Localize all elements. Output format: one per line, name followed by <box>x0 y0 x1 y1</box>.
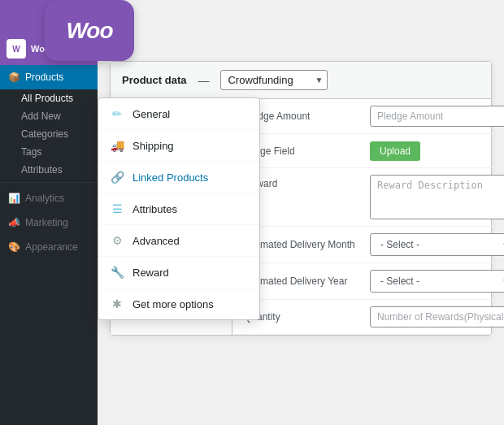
field-row-pledge: Pledge Amount <box>232 99 504 134</box>
sidebar-submenu-tags[interactable]: Tags <box>13 143 98 161</box>
pledge-amount-input[interactable] <box>370 106 504 127</box>
reward-label: Reward <box>244 175 370 189</box>
delivery-month-select[interactable]: - Select - <box>370 233 504 256</box>
linked-products-dropdown-icon: 🔗 <box>110 170 124 184</box>
marketing-icon: 📣 <box>8 217 20 228</box>
field-row-image: Image Field Upload <box>232 134 504 168</box>
dropdown-item-get-more[interactable]: ✱ Get more options <box>98 288 259 319</box>
dropdown-item-linked-products[interactable]: 🔗 Linked Products <box>98 162 259 193</box>
dropdown-linked-products-label: Linked Products <box>133 171 208 184</box>
dropdown-item-attributes[interactable]: ☰ Attributes <box>98 193 259 225</box>
dropdown-shipping-label: Shipping <box>133 140 174 152</box>
quantity-input[interactable] <box>370 306 504 327</box>
dropdown-item-reward[interactable]: 🔧 Reward <box>98 257 259 288</box>
sidebar-divider <box>0 182 98 183</box>
sidebar-submenu-add-new[interactable]: Add New <box>13 107 98 125</box>
delivery-month-label: Estimated Delivery Month <box>244 239 370 250</box>
sidebar-item-appearance[interactable]: 🎨 Appearance <box>0 235 98 259</box>
admin-sidebar: W WooCommerce 📦 Products All Products Ad… <box>0 0 98 425</box>
woo-logo-bubble: Woo <box>45 0 134 61</box>
field-row-delivery-month: Estimated Delivery Month - Select - <box>232 227 504 263</box>
sidebar-marketing-label: Marketing <box>25 217 68 228</box>
quantity-label: Quantity <box>244 311 370 323</box>
dropdown-reward-label: Reward <box>133 267 169 279</box>
sidebar-item-marketing[interactable]: 📣 Marketing <box>0 210 98 235</box>
field-row-delivery-year: Estimated Delivery Year - Select - <box>232 263 504 300</box>
upload-button[interactable]: Upload <box>370 141 420 161</box>
shipping-dropdown-icon: 🚚 <box>110 138 124 153</box>
dropdown-get-more-label: Get more options <box>133 298 214 310</box>
header-dash: — <box>198 74 209 87</box>
sidebar-appearance-label: Appearance <box>25 241 78 253</box>
image-field-label: Image Field <box>244 145 370 157</box>
get-more-dropdown-icon: ✱ <box>110 297 124 311</box>
sidebar-submenu-all-products[interactable]: All Products <box>13 89 98 107</box>
woo-logo-text: Woo <box>66 18 112 44</box>
dropdown-item-general[interactable]: ✏ General <box>98 98 259 130</box>
fields-panel: Pledge Amount Image Field Upload Reward … <box>232 99 504 335</box>
delivery-year-select[interactable]: - Select - <box>370 270 504 293</box>
dropdown-item-shipping[interactable]: 🚚 Shipping <box>98 130 259 162</box>
sidebar-products-label: Products <box>25 72 63 83</box>
product-type-select-wrapper[interactable]: Crowdfunding Simple product Grouped prod… <box>220 70 328 90</box>
sidebar-item-products[interactable]: 📦 Products <box>0 65 98 89</box>
delivery-year-label: Estimated Delivery Year <box>244 275 370 287</box>
general-dropdown-icon: ✏ <box>110 106 124 121</box>
dropdown-advanced-label: Advanced <box>133 235 180 247</box>
products-icon: 📦 <box>8 72 20 83</box>
field-row-reward: Reward <box>232 168 504 227</box>
attributes-dropdown-icon: ☰ <box>110 202 124 216</box>
advanced-dropdown-icon: ⚙ <box>110 233 124 248</box>
product-data-header: Product data — Crowdfunding Simple produ… <box>111 62 491 99</box>
appearance-icon: 🎨 <box>8 241 20 253</box>
dropdown-menu: ✏ General 🚚 Shipping 🔗 Linked Products ☰… <box>98 98 260 320</box>
product-data-title: Product data <box>122 74 186 86</box>
analytics-icon: 📊 <box>8 193 20 204</box>
dropdown-general-label: General <box>133 108 170 120</box>
dropdown-attributes-label: Attributes <box>133 203 177 215</box>
pledge-amount-label: Pledge Amount <box>244 111 370 122</box>
woo-icon-small: W <box>7 39 26 59</box>
field-row-quantity: Quantity <box>232 300 504 335</box>
reward-textarea[interactable] <box>370 175 504 219</box>
product-type-select[interactable]: Crowdfunding Simple product Grouped prod… <box>220 70 328 90</box>
reward-dropdown-icon: 🔧 <box>110 265 124 280</box>
sidebar-item-analytics[interactable]: 📊 Analytics <box>0 186 98 210</box>
sidebar-submenu-attributes[interactable]: Attributes <box>13 161 98 179</box>
sidebar-analytics-label: Analytics <box>25 193 64 204</box>
sidebar-submenu-categories[interactable]: Categories <box>13 125 98 143</box>
dropdown-item-advanced[interactable]: ⚙ Advanced <box>98 225 259 257</box>
sidebar-submenu: All Products Add New Categories Tags Att… <box>0 89 98 179</box>
